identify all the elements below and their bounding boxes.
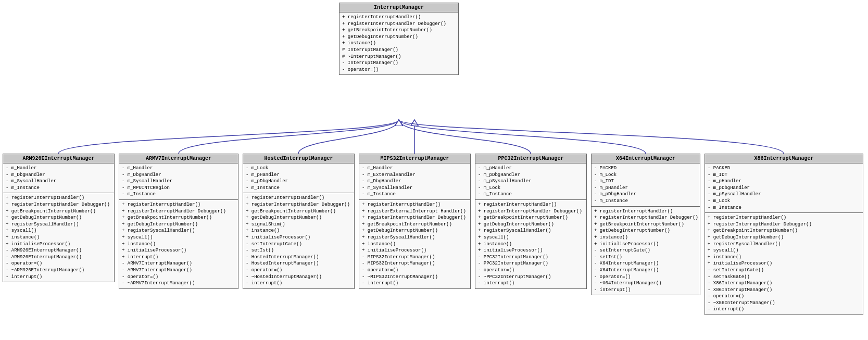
x86-fields: - PACKED - m_IDT - m_pHandler - m_pDbgHa… [705, 163, 863, 213]
armv7-fields: - m_Handler - m_DbgHandler - m_SyscallHa… [119, 163, 238, 200]
diagram-container: InterruptManager + registerInterruptHand… [0, 0, 868, 340]
x64-title: X64InterruptManager [592, 154, 700, 163]
x64-methods: + registerInterruptHandler() + registerI… [592, 207, 700, 295]
arm926e-fields: - m_Handler - m_DbgHandler - m_SyscallHa… [3, 163, 114, 193]
interrupt-manager-box: InterruptManager + registerInterruptHand… [339, 3, 459, 75]
hosted-methods: + registerInterruptHandler() + registerI… [243, 193, 354, 288]
hosted-title: HostedInterruptManager [243, 154, 354, 163]
hosted-fields: - m_Lock - m_pHandler - m_pDbgHandler - … [243, 163, 354, 193]
mips32-fields: - m_Handler - m_ExternalHandler - m_DbgH… [359, 163, 470, 200]
mips32-methods: + registerInterruptHandler() + registerE… [359, 200, 470, 288]
mips32-title: MIPS32InterruptManager [359, 154, 470, 163]
ppc32-title: PPC32InterruptManager [475, 154, 586, 163]
armv7-methods: + registerInterruptHandler() + registerI… [119, 200, 238, 288]
ppc32-methods: + registerInterruptHandler() + registerI… [475, 200, 586, 288]
arm926e-box: ARM926EInterruptManager - m_Handler - m_… [3, 154, 115, 282]
arm926e-title: ARM926EInterruptManager [3, 154, 114, 163]
armv7-title: ARMV7InterruptManager [119, 154, 238, 163]
ppc32-box: PPC32InterruptManager - m_pHandler - m_p… [475, 154, 587, 289]
ppc32-fields: - m_pHandler - m_pDbgHandler - m_pSyscal… [475, 163, 586, 200]
x86-box: X86InterruptManager - PACKED - m_IDT - m… [705, 154, 863, 315]
hosted-box: HostedInterruptManager - m_Lock - m_pHan… [243, 154, 355, 289]
interrupt-manager-title: InterruptManager [339, 3, 458, 12]
x64-fields: - PACKED - m_Lock - m_IDT - m_pHandler -… [592, 163, 700, 207]
x86-title: X86InterruptManager [705, 154, 863, 163]
arm926e-methods: + registerInterruptHandler() + registerI… [3, 193, 114, 282]
interrupt-manager-methods: + registerInterruptHandler() + registerI… [339, 12, 458, 74]
mips32-box: MIPS32InterruptManager - m_Handler - m_E… [359, 154, 471, 289]
armv7-box: ARMV7InterruptManager - m_Handler - m_Db… [119, 154, 238, 289]
x64-box: X64InterruptManager - PACKED - m_Lock - … [591, 154, 700, 295]
x86-methods: + registerInterruptHandler() + registerI… [705, 213, 863, 314]
